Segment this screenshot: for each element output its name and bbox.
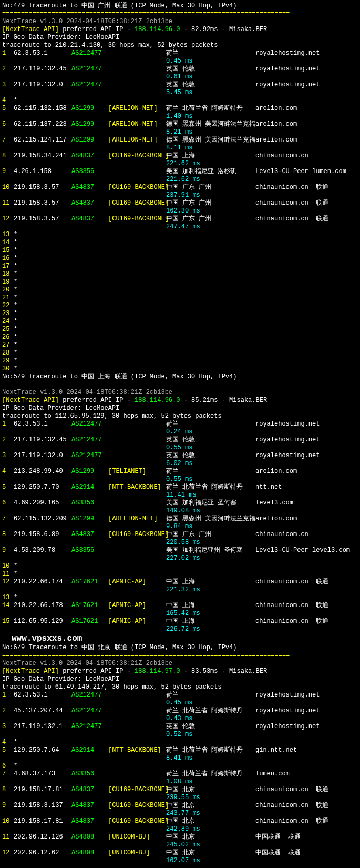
hop-ip: 202.96.12.126 [14, 833, 71, 841]
hop-ip: 4.53.209.78 [14, 547, 71, 554]
hop-star: * [14, 270, 17, 278]
hop-geo: 荷兰 北荷兰省 阿姆斯特丹 [166, 105, 255, 113]
hop-row: 4213.248.99.40AS1299[TELIANET]荷兰arelion.… [2, 468, 358, 476]
hop-asn: AS4837 [71, 817, 108, 825]
geo-provider: IP Geo Data Provider: LeoMoeAPI [2, 405, 358, 412]
hop-asn: AS4837 [71, 152, 108, 160]
hop-latency: 243.77 ms [2, 810, 358, 817]
hop-latency: 11.41 ms [2, 491, 358, 499]
hop-geo: 中国 北京 [166, 849, 255, 857]
hop-row: 12210.22.66.174AS17621[APNIC-AP]中国 上海chi… [2, 578, 358, 586]
hop-latency: 5.45 ms [2, 89, 358, 97]
hop-asn: AS2914 [71, 746, 108, 754]
api-ip: 188.114.96.0 [135, 26, 180, 33]
hop-latency: 1.40 ms [2, 113, 358, 120]
hop-asn: AS3356 [71, 499, 108, 507]
hop-geo: 荷兰 [166, 691, 255, 699]
hop-latency: 0.45 ms [2, 57, 358, 65]
hop-row: 11219.158.3.57AS4837[CU169-BACKBONE]中国 广… [2, 199, 358, 207]
hop-number: 2 [2, 707, 14, 715]
hop-row: 162.3.53.1AS212477荷兰royalehosting.net [2, 49, 358, 57]
hop-row: 3217.119.132.1AS212477英国 伦敦royalehosting… [2, 723, 358, 731]
hop-number: 4 [2, 97, 14, 105]
hop-asn: AS212477 [71, 436, 108, 444]
hop-row: 2217.119.132.45AS212477英国 伦敦royalehostin… [2, 436, 358, 444]
hop-number: 9 [2, 547, 14, 554]
hop-latency: 8.41 ms [2, 754, 358, 762]
hop-geo: 美国 加利福尼亚 洛杉矶 [166, 168, 255, 176]
terminal-output: No:4/9 Traceroute to 中国 广州 联通 (TCP Mode,… [2, 2, 358, 865]
hop-row: 24* [2, 318, 358, 326]
hop-row: 4* [2, 739, 358, 746]
hop-geo: 英国 伦敦 [166, 723, 255, 731]
hop-host: chinaunicom.cn 联通 [255, 618, 328, 625]
hop-number: 8 [2, 152, 14, 160]
nexttrace-version: NextTrace v1.3.0 2024-04-18T06:38:21Z 2c… [2, 389, 358, 397]
hop-ip: 4.68.37.173 [14, 770, 71, 778]
hop-star: * [14, 739, 17, 746]
hop-row: 12202.96.12.62AS4808[UNICOM-BJ]中国 北京中国联通… [2, 849, 358, 857]
hop-host: ntt.net [255, 483, 282, 491]
hop-host: royalehosting.net [255, 81, 320, 89]
hop-number: 16 [2, 255, 14, 263]
hop-number: 6 [2, 762, 14, 770]
hop-star: * [14, 365, 17, 372]
block-title: No:6/9 Traceroute to 中国 北京 联通 (TCP Mode,… [2, 644, 358, 652]
hop-ip: 62.3.53.1 [14, 691, 71, 699]
hop-star: * [14, 326, 17, 333]
hop-network: [ARELION-NET] [108, 105, 166, 113]
hop-number: 5 [2, 746, 14, 754]
hop-star: * [14, 294, 17, 301]
hop-geo: 荷兰 [166, 49, 255, 57]
separator: ========================================… [2, 10, 358, 18]
hop-star: * [14, 231, 17, 238]
hop-network: [CU169-BACKBONE] [108, 786, 166, 794]
hop-ip: 219.158.34.241 [14, 152, 71, 160]
hop-number: 4 [2, 739, 14, 746]
api-line: [NextTrace API] preferred API IP - 188.1… [2, 668, 358, 675]
hop-geo: 荷兰 北荷兰省 阿姆斯特丹 [166, 707, 255, 715]
hop-star: * [14, 302, 17, 309]
hop-asn: AS17621 [71, 618, 108, 625]
hop-host: chinaunicom.cn [255, 152, 308, 160]
hop-number: 5 [2, 105, 14, 113]
hop-row: 15112.65.95.129AS17621[APNIC-AP]中国 上海chi… [2, 618, 358, 625]
hop-latency: 0.43 ms [2, 715, 358, 723]
api-prefix: [NextTrace API] [2, 26, 59, 33]
hop-host: royalehosting.net [255, 420, 320, 428]
hop-row: 662.115.137.223AS1299[ARELION-NET]德国 黑森州… [2, 120, 358, 128]
hop-asn: AS2914 [71, 483, 108, 491]
hop-star: * [14, 310, 17, 317]
hop-host: level3.com [255, 499, 293, 507]
hop-geo: 美国 加利福尼亚州 圣何塞 [166, 547, 255, 554]
hop-asn: AS212477 [71, 65, 108, 73]
hop-asn: AS1299 [71, 515, 108, 523]
hop-number: 12 [2, 849, 14, 857]
separator: ========================================… [2, 652, 358, 660]
hop-row: 562.115.132.158AS1299[ARELION-NET]荷兰 北荷兰… [2, 105, 358, 113]
hop-row: 11* [2, 570, 358, 578]
hop-host: royalehosting.net [255, 707, 320, 715]
hop-latency: 227.02 ms [2, 554, 358, 562]
hop-row: 13* [2, 231, 358, 239]
hop-row: 10219.158.3.57AS4837[CU169-BACKBONE]中国 广… [2, 184, 358, 191]
hop-star: * [14, 762, 17, 770]
hop-row: 94.26.1.158AS3356美国 加利福尼亚 洛杉矶Level3-CU-P… [2, 168, 358, 176]
hop-latency: 0.52 ms [2, 731, 358, 739]
hop-number: 10 [2, 817, 14, 825]
hop-row: 762.115.132.209AS1299[ARELION-NET]德国 黑森州… [2, 515, 358, 523]
hop-host: royalehosting.net [255, 436, 320, 444]
hop-star: * [14, 594, 17, 601]
hop-host: chinaunicom.cn 联通 [255, 199, 328, 207]
hop-network: [CU169-BACKBONE] [108, 215, 166, 223]
hop-number: 13 [2, 231, 14, 239]
hop-network: [CU169-BACKBONE] [108, 184, 166, 191]
hop-geo: 美国 加利福尼亚 圣何塞 [166, 499, 255, 507]
hop-geo: 中国 上海 [166, 618, 255, 625]
hop-host: chinaunicom.cn 联通 [255, 802, 328, 810]
hop-row: 8219.158.34.241AS4837[CU169-BACKBONE]中国 … [2, 152, 358, 160]
hop-host: chinaunicom.cn 联通 [255, 184, 328, 191]
hop-asn: AS17621 [71, 602, 108, 610]
hop-network: [NTT-BACKBONE] [108, 483, 166, 491]
watermark: www.vpsxxs.com [2, 633, 358, 644]
